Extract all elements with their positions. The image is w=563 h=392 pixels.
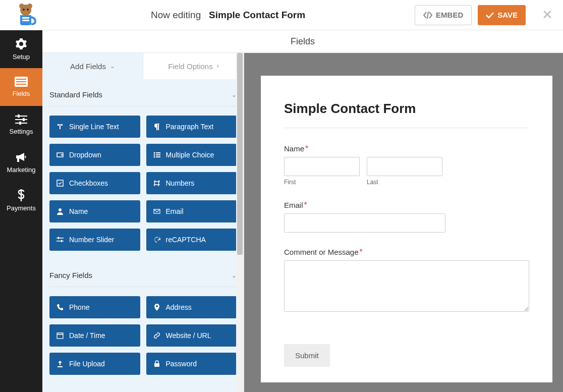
svg-rect-33 — [154, 363, 159, 367]
svg-point-3 — [23, 9, 25, 11]
sidebar-payments-label: Payments — [7, 204, 36, 212]
field-paragraph-text[interactable]: Paragraph Text — [146, 116, 237, 138]
label-name: Name — [284, 144, 304, 153]
chevron-right-icon: › — [217, 63, 219, 70]
sliders-icon — [15, 115, 27, 125]
field-single-line-text[interactable]: Single Line Text — [49, 116, 140, 138]
svg-rect-6 — [22, 20, 29, 21]
form-row-name[interactable]: Name* First Last — [284, 144, 529, 186]
save-button[interactable]: SAVE — [478, 5, 526, 25]
field-datetime[interactable]: Date / Time — [49, 324, 140, 347]
gear-icon — [15, 38, 27, 50]
scrollbar-thumb[interactable] — [237, 53, 243, 255]
svg-point-2 — [27, 4, 32, 9]
sidebar-item-payments[interactable]: Payments — [0, 182, 42, 219]
chevron-down-icon: ⌄ — [110, 63, 115, 70]
section-standard-head[interactable]: Standard Fields ⌄ — [49, 79, 237, 106]
input-last-name[interactable] — [367, 157, 442, 176]
input-comment[interactable] — [284, 260, 529, 312]
required-indicator: * — [304, 201, 307, 209]
lock-icon — [153, 360, 160, 367]
field-website[interactable]: Website / URL — [146, 324, 237, 347]
sidebar-item-setup[interactable]: Setup — [0, 30, 42, 68]
embed-button[interactable]: EMBED — [415, 5, 472, 25]
svg-rect-24 — [156, 156, 160, 157]
input-first-name[interactable] — [284, 157, 360, 176]
svg-rect-14 — [18, 115, 20, 118]
map-pin-icon — [153, 304, 160, 311]
sidebar-fields-label: Fields — [13, 90, 30, 97]
input-email[interactable] — [284, 213, 445, 233]
field-password[interactable]: Password — [146, 353, 237, 375]
field-dropdown[interactable]: Dropdown — [49, 144, 140, 166]
field-email[interactable]: Email — [146, 200, 237, 222]
svg-rect-11 — [15, 116, 27, 117]
field-recaptcha[interactable]: reCAPTCHA — [146, 229, 237, 251]
text-icon — [57, 123, 64, 130]
sidebar-item-settings[interactable]: Settings — [0, 106, 42, 144]
field-checkboxes[interactable]: Checkboxes — [49, 172, 140, 194]
close-icon[interactable]: ✕ — [542, 7, 553, 23]
svg-point-26 — [59, 208, 62, 211]
svg-rect-30 — [58, 237, 59, 240]
svg-rect-9 — [16, 81, 26, 82]
svg-rect-10 — [16, 84, 26, 85]
section-fancy-label: Fancy Fields — [49, 271, 92, 279]
sidebar: Setup Fields Settings Marketing Payments — [0, 30, 42, 392]
form-preview: Simple Contact Form Name* First Last — [244, 53, 563, 392]
field-address[interactable]: Address — [146, 296, 237, 318]
fields-panel: Add Fields ⌄ Field Options › Standard Fi… — [42, 53, 244, 392]
save-label: SAVE — [497, 11, 518, 19]
form-title: Simple Contact Form — [284, 101, 529, 128]
svg-rect-22 — [156, 154, 160, 155]
svg-point-23 — [153, 156, 155, 158]
svg-rect-28 — [57, 238, 64, 239]
submit-button[interactable]: Submit — [284, 344, 330, 367]
section-fancy-head[interactable]: Fancy Fields ⌄ — [49, 260, 237, 287]
sidebar-item-fields[interactable]: Fields — [0, 68, 42, 106]
form-row-comment[interactable]: Comment or Message* — [284, 248, 529, 314]
field-phone[interactable]: Phone — [49, 296, 140, 318]
form-row-email[interactable]: Email* — [284, 201, 529, 233]
sidebar-setup-label: Setup — [13, 53, 30, 61]
calendar-icon — [57, 332, 64, 339]
tab-field-options[interactable]: Field Options › — [143, 53, 244, 79]
dollar-icon — [17, 189, 25, 201]
embed-label: EMBED — [436, 11, 463, 19]
svg-rect-16 — [19, 122, 21, 125]
svg-rect-31 — [61, 240, 62, 243]
app-logo — [10, 2, 41, 28]
field-multiple-choice[interactable]: Multiple Choice — [146, 144, 237, 166]
svg-rect-5 — [22, 17, 29, 19]
field-number-slider[interactable]: Number Slider — [49, 229, 140, 251]
check-icon — [486, 12, 494, 19]
svg-rect-29 — [57, 241, 64, 242]
field-name[interactable]: Name — [49, 200, 140, 222]
link-icon — [153, 332, 160, 339]
code-icon — [423, 12, 432, 19]
form-card: Simple Contact Form Name* First Last — [261, 76, 552, 382]
recaptcha-icon — [153, 236, 160, 243]
phone-icon — [57, 304, 64, 311]
sidebar-marketing-label: Marketing — [7, 166, 35, 174]
editing-title: Now editing Simple Contact Form — [41, 10, 415, 21]
sidebar-item-marketing[interactable]: Marketing — [0, 144, 42, 182]
upload-icon — [57, 360, 64, 367]
field-file-upload[interactable]: File Upload — [49, 353, 140, 375]
breadcrumb-label: Fields — [291, 36, 315, 47]
section-standard-label: Standard Fields — [49, 90, 102, 99]
user-icon — [57, 208, 64, 215]
svg-rect-32 — [57, 333, 63, 339]
check-square-icon — [57, 180, 64, 187]
sliders-icon — [57, 236, 64, 243]
field-numbers[interactable]: Numbers — [146, 172, 237, 194]
required-indicator: * — [360, 248, 363, 256]
panel-scrollbar[interactable] — [236, 53, 244, 392]
breadcrumb: Fields — [42, 30, 563, 53]
sublabel-first: First — [284, 179, 360, 186]
svg-point-4 — [27, 9, 29, 11]
svg-point-19 — [153, 152, 155, 154]
tab-add-fields[interactable]: Add Fields ⌄ — [42, 53, 143, 79]
hash-icon — [153, 180, 160, 187]
svg-rect-20 — [156, 152, 160, 153]
